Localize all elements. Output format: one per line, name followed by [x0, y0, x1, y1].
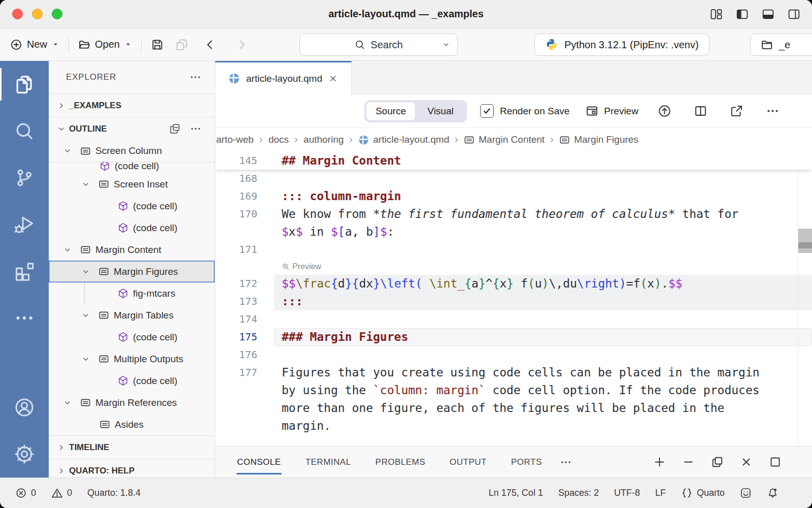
- save-icon[interactable]: [151, 38, 164, 51]
- split-editor-icon[interactable]: [694, 104, 707, 118]
- python-interpreter-button[interactable]: Python 3.12.1 (PipEnv: .venv): [534, 34, 709, 56]
- status-item-smiley[interactable]: [740, 487, 752, 499]
- open-external-icon[interactable]: [730, 104, 743, 118]
- visual-mode-button[interactable]: Visual: [416, 102, 465, 121]
- breadcrumb-item-margin-content[interactable]: Margin Content: [464, 134, 545, 145]
- code-editor[interactable]: 168169::: column-margin170We know from *…: [215, 170, 812, 446]
- arrow-back-icon[interactable]: [204, 38, 217, 51]
- render-icon[interactable]: [658, 104, 671, 118]
- collapse-all-icon[interactable]: [169, 123, 181, 135]
- chevron-down-icon[interactable]: [63, 245, 80, 255]
- chevron-down-icon[interactable]: [63, 398, 80, 407]
- chevron-down-icon[interactable]: [81, 311, 98, 320]
- source-mode-button[interactable]: Source: [366, 102, 416, 121]
- zoom-window-button[interactable]: [52, 9, 62, 19]
- status-item-ln-175-col-1[interactable]: Ln 175, Col 1: [489, 488, 543, 498]
- status-item-utf-8[interactable]: UTF-8: [614, 488, 640, 498]
- outline-item-margin-tables[interactable]: Margin Tables: [49, 304, 215, 326]
- chevron-down-icon[interactable]: [81, 180, 98, 189]
- maximize-icon[interactable]: [769, 456, 782, 468]
- outline-item-multiple-outputs[interactable]: Multiple Outputs: [49, 348, 215, 370]
- more-icon[interactable]: [560, 456, 572, 468]
- activity-item-account[interactable]: [0, 384, 49, 431]
- instances-icon[interactable]: [711, 456, 724, 468]
- quarto-icon: [228, 73, 240, 84]
- more-icon[interactable]: [190, 123, 201, 135]
- activity-item-more[interactable]: [0, 295, 49, 341]
- close-window-button[interactable]: [12, 9, 23, 19]
- chevron-down-icon[interactable]: [81, 267, 98, 276]
- activity-item-source-control[interactable]: [0, 154, 49, 201]
- customize-layout-icon[interactable]: [709, 8, 723, 20]
- scrollbar-thumb[interactable]: [798, 229, 812, 253]
- status-item-0[interactable]: 0: [15, 487, 36, 499]
- activity-item-extensions[interactable]: [0, 248, 49, 295]
- arrow-forward-icon[interactable]: [235, 38, 248, 51]
- outline-item-code-cell[interactable]: (code cell): [49, 217, 215, 239]
- save-all-icon[interactable]: [175, 38, 188, 51]
- panel-tab-ports[interactable]: PORTS: [511, 455, 543, 469]
- outline-item-code-cell[interactable]: (code cell): [49, 326, 215, 348]
- open-button[interactable]: Open: [78, 39, 132, 51]
- chevron-down-icon: [57, 124, 66, 134]
- search-input[interactable]: Search: [299, 34, 458, 56]
- more-icon[interactable]: [189, 71, 201, 83]
- close-icon[interactable]: [740, 456, 753, 468]
- breadcrumb-item-margin-figures[interactable]: Margin Figures: [559, 134, 638, 145]
- toggle-left-sidebar-icon[interactable]: [735, 8, 749, 20]
- outline-item-asides[interactable]: Asides: [49, 414, 215, 435]
- breadcrumb-item-arto-web[interactable]: arto-web: [216, 134, 254, 145]
- outline-item-margin-references[interactable]: Margin References: [49, 392, 215, 414]
- chevron-down-icon[interactable]: [63, 146, 80, 155]
- panel-tab-problems[interactable]: PROBLEMS: [375, 455, 426, 469]
- sticky-scroll-line[interactable]: 145 ## Margin Content: [215, 151, 812, 170]
- activity-item-files[interactable]: [0, 61, 49, 108]
- breadcrumb-item-authoring[interactable]: authoring: [303, 134, 344, 145]
- tab-article-layout[interactable]: article-layout.qmd: [215, 61, 352, 94]
- toggle-panel-icon[interactable]: [761, 8, 775, 20]
- status-item-0[interactable]: 0: [51, 487, 72, 499]
- plus-icon[interactable]: [653, 456, 666, 468]
- panel-tab-terminal[interactable]: TERMINAL: [305, 455, 352, 469]
- minimize-window-button[interactable]: [32, 9, 43, 19]
- code-line-text: :::: [274, 293, 812, 310]
- more-icon[interactable]: [766, 104, 780, 118]
- breadcrumb-item-docs[interactable]: docs: [268, 134, 289, 145]
- outline-item-fig-mtcars[interactable]: fig-mtcars: [49, 282, 215, 304]
- dash-icon[interactable]: [682, 456, 695, 468]
- new-button[interactable]: New: [10, 39, 59, 51]
- activity-item-search[interactable]: [0, 108, 49, 154]
- toggle-right-sidebar-icon[interactable]: [787, 8, 801, 20]
- activity-item-run-debug[interactable]: [0, 201, 49, 248]
- close-icon[interactable]: [328, 74, 338, 83]
- sidebar-section-examples[interactable]: _EXAMPLES: [49, 93, 215, 117]
- outline-item-code-cell[interactable]: (code cell): [49, 162, 215, 173]
- panel-tab-output[interactable]: OUTPUT: [449, 455, 487, 469]
- status-item-spaces-2[interactable]: Spaces: 2: [558, 488, 599, 498]
- outline-item-screen-column[interactable]: Screen Column: [49, 140, 215, 162]
- status-item-bell[interactable]: [767, 487, 779, 499]
- chevron-right-icon: [57, 101, 66, 110]
- sidebar-section-timeline[interactable]: TIMELINE: [49, 435, 215, 459]
- status-item-quarto[interactable]: Quarto: [681, 487, 725, 499]
- breadcrumb-item-article-layout-qmd[interactable]: article-layout.qmd: [358, 134, 449, 145]
- code-line-text: [274, 241, 812, 259]
- workspace-folder-button[interactable]: _e: [750, 34, 812, 56]
- outline-item-margin-content[interactable]: Margin Content: [49, 239, 215, 261]
- outline-item-code-cell[interactable]: (code cell): [49, 195, 215, 217]
- outline-item-margin-figures[interactable]: Margin Figures: [49, 261, 215, 282]
- sidebar-section-outline[interactable]: OUTLINE: [49, 117, 215, 140]
- codelens-preview[interactable]: Preview: [274, 259, 812, 275]
- outline-item-code-cell[interactable]: (code cell): [49, 370, 215, 392]
- panel-tab-console[interactable]: CONSOLE: [236, 455, 282, 469]
- sidebar-section-quarto-help[interactable]: QUARTO: HELP: [49, 459, 215, 478]
- chevron-down-icon[interactable]: [81, 355, 98, 364]
- chevron-down-icon: [81, 267, 90, 276]
- activity-item-settings[interactable]: [0, 431, 49, 478]
- render-on-save-checkbox[interactable]: Render on Save: [480, 104, 569, 118]
- status-item-lf[interactable]: LF: [655, 488, 666, 498]
- outline-item-screen-inset[interactable]: Screen Inset: [49, 173, 215, 195]
- status-item-quarto-1-8-4[interactable]: Quarto: 1.8.4: [87, 488, 141, 498]
- preview-button[interactable]: Preview: [586, 105, 638, 117]
- outline-item-label: (code cell): [133, 375, 178, 387]
